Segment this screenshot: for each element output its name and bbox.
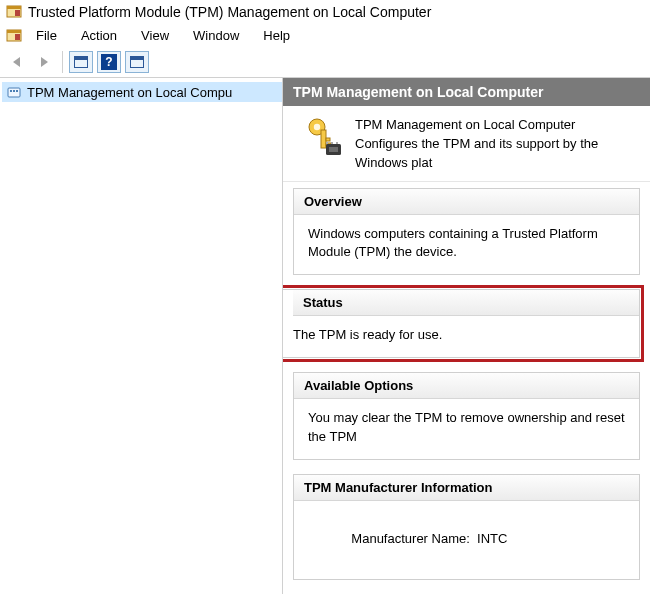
nav-forward-button[interactable]	[32, 51, 56, 73]
section-options-title: Available Options	[294, 373, 639, 399]
menu-window[interactable]: Window	[183, 26, 249, 45]
section-options-body: You may clear the TPM to remove ownershi…	[294, 399, 639, 459]
svg-rect-7	[10, 90, 12, 92]
svg-rect-18	[331, 142, 333, 144]
section-overview: Overview Windows computers containing a …	[293, 188, 640, 276]
menu-file[interactable]: File	[26, 26, 67, 45]
manufacturer-name-value: INTC	[477, 531, 507, 546]
tree-node-label: TPM Management on Local Compu	[27, 85, 232, 100]
tpm-key-chip-icon	[303, 116, 343, 156]
menu-help[interactable]: Help	[253, 26, 300, 45]
panel-icon	[74, 56, 88, 68]
section-status-title: Status	[293, 290, 639, 316]
content-intro-title: TPM Management on Local Computer	[355, 116, 638, 135]
manufacturer-name-label: Manufacturer Name:	[351, 531, 470, 546]
svg-rect-16	[329, 147, 338, 152]
mmc-app-icon	[6, 4, 22, 20]
section-available-options: Available Options You may clear the TPM …	[293, 372, 640, 460]
show-hide-action-button[interactable]	[125, 51, 149, 73]
help-button[interactable]: ?	[97, 51, 121, 73]
tpm-node-icon	[6, 84, 22, 100]
help-icon: ?	[101, 54, 117, 70]
section-manufacturer: TPM Manufacturer Information Manufacture…	[293, 474, 640, 581]
panel-icon	[130, 56, 144, 68]
svg-rect-19	[336, 142, 338, 144]
nav-back-button[interactable]	[4, 51, 28, 73]
content-pane: TPM Management on Local Computer TPM Man…	[283, 78, 650, 594]
mmc-app-icon	[6, 28, 22, 44]
content-sections: Overview Windows computers containing a …	[283, 182, 650, 581]
body-split: TPM Management on Local Compu TPM Manage…	[0, 78, 650, 594]
svg-rect-5	[15, 34, 20, 40]
tree-pane[interactable]: TPM Management on Local Compu	[0, 78, 283, 594]
section-overview-body: Windows computers containing a Trusted P…	[294, 215, 639, 275]
svg-rect-6	[8, 88, 20, 97]
show-hide-tree-button[interactable]	[69, 51, 93, 73]
svg-rect-9	[16, 90, 18, 92]
svg-rect-12	[321, 130, 326, 148]
menu-action[interactable]: Action	[71, 26, 127, 45]
section-overview-title: Overview	[294, 189, 639, 215]
section-manufacturer-title: TPM Manufacturer Information	[294, 475, 639, 501]
section-status-body: The TPM is ready for use.	[293, 316, 639, 357]
svg-rect-4	[7, 30, 21, 33]
menubar: File Action View Window Help	[0, 22, 650, 49]
svg-rect-8	[13, 90, 15, 92]
svg-rect-1	[7, 6, 21, 9]
section-manufacturer-body: Manufacturer Name: INTC	[294, 501, 639, 580]
toolbar: ?	[0, 49, 650, 78]
svg-rect-17	[326, 142, 328, 144]
toolbar-separator	[62, 51, 63, 73]
svg-rect-2	[15, 10, 20, 16]
window-title: Trusted Platform Module (TPM) Management…	[28, 4, 431, 20]
arrow-left-icon	[13, 57, 20, 67]
window-titlebar: Trusted Platform Module (TPM) Management…	[0, 0, 650, 22]
svg-point-11	[314, 124, 320, 130]
menu-view[interactable]: View	[131, 26, 179, 45]
section-status: Status The TPM is ready for use.	[283, 289, 640, 358]
content-header: TPM Management on Local Computer	[283, 78, 650, 106]
svg-rect-13	[326, 138, 330, 141]
tree-node-tpm-root[interactable]: TPM Management on Local Compu	[2, 82, 282, 102]
arrow-right-icon	[41, 57, 48, 67]
content-intro-desc: Configures the TPM and its support by th…	[355, 135, 638, 173]
content-intro: TPM Management on Local Computer Configu…	[283, 106, 650, 182]
